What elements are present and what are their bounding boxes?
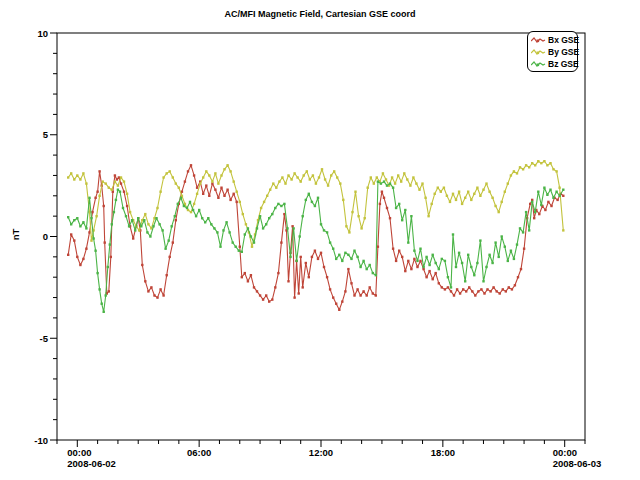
data-point-marker [421, 182, 423, 184]
data-point-marker [138, 229, 140, 231]
data-point-marker [300, 256, 302, 258]
data-point-marker [73, 178, 75, 180]
data-point-marker [422, 268, 424, 270]
data-point-marker [73, 219, 75, 221]
data-point-marker [441, 258, 443, 260]
data-point-marker [280, 205, 282, 207]
data-point-marker [110, 256, 112, 258]
data-point-marker [263, 201, 265, 203]
data-point-marker [291, 225, 293, 227]
data-point-marker [169, 256, 171, 258]
data-point-marker [105, 294, 107, 296]
data-point-marker [143, 219, 145, 221]
data-point-marker [306, 170, 308, 172]
data-point-marker [113, 211, 115, 213]
data-point-marker [397, 174, 399, 176]
data-point-marker [379, 203, 381, 205]
data-point-marker [501, 235, 503, 237]
data-point-marker [513, 258, 515, 260]
data-point-marker [202, 193, 204, 195]
data-point-marker [471, 290, 473, 292]
data-point-marker [534, 211, 536, 213]
data-point-marker [196, 187, 198, 189]
data-point-marker [96, 272, 98, 274]
data-point-marker [229, 199, 231, 201]
data-point-marker [513, 170, 515, 172]
data-point-marker [389, 182, 391, 184]
data-point-marker [292, 227, 294, 229]
data-point-marker [85, 227, 87, 229]
data-point-marker [356, 256, 358, 258]
data-point-marker [435, 272, 437, 274]
data-point-marker [67, 216, 69, 218]
data-point-marker [152, 225, 154, 227]
data-point-marker [204, 221, 206, 223]
data-point-marker [67, 254, 69, 256]
data-point-marker [383, 180, 385, 182]
data-point-marker [516, 243, 518, 245]
data-point-marker [253, 286, 255, 288]
data-point-marker [117, 184, 119, 186]
data-point-marker [147, 223, 149, 225]
data-point-marker [95, 215, 97, 217]
data-point-marker [359, 294, 361, 296]
data-point-marker [220, 174, 222, 176]
data-point-marker [345, 225, 347, 227]
data-point-marker [479, 195, 481, 197]
data-point-marker [522, 231, 524, 233]
data-point-marker [395, 260, 397, 262]
data-point-marker [447, 276, 449, 278]
data-point-marker [341, 260, 343, 262]
data-point-marker [73, 239, 75, 241]
data-point-marker [459, 292, 461, 294]
data-point-marker [318, 176, 320, 178]
data-point-marker [385, 178, 387, 180]
data-point-marker [241, 276, 243, 278]
data-point-marker [525, 211, 527, 213]
data-point-marker [404, 270, 406, 272]
data-point-marker [164, 248, 166, 250]
data-point-marker [205, 170, 207, 172]
data-point-marker [386, 207, 388, 209]
data-point-marker [335, 303, 337, 305]
data-point-marker [494, 205, 496, 207]
data-point-marker [555, 170, 557, 172]
data-point-marker [486, 288, 488, 290]
data-point-marker [271, 213, 273, 215]
data-point-marker [425, 276, 427, 278]
data-point-marker [400, 180, 402, 182]
data-point-marker [311, 201, 313, 203]
data-point-marker [329, 241, 331, 243]
data-point-marker [362, 260, 364, 262]
data-point-marker [120, 176, 122, 178]
data-point-marker [549, 162, 551, 164]
data-point-marker [269, 189, 271, 191]
data-point-marker [489, 290, 491, 292]
data-point-marker [317, 258, 319, 260]
data-point-marker [476, 262, 478, 264]
data-point-marker [482, 280, 484, 282]
data-point-marker [260, 207, 262, 209]
data-point-marker [140, 225, 142, 227]
data-point-marker [321, 168, 323, 170]
data-point-marker [70, 172, 72, 174]
x-date-label: 2008-06-02 [67, 458, 116, 469]
data-point-marker [250, 235, 252, 237]
data-point-marker [473, 274, 475, 276]
data-point-marker [488, 191, 490, 193]
data-point-marker [202, 176, 204, 178]
data-point-marker [94, 197, 96, 199]
data-point-marker [220, 187, 222, 189]
data-point-marker [238, 250, 240, 252]
data-point-marker [158, 223, 160, 225]
data-point-marker [392, 187, 394, 189]
data-point-marker [183, 205, 185, 207]
x-date-label: 2008-06-03 [553, 458, 602, 469]
data-point-marker [508, 286, 510, 288]
data-point-marker [162, 294, 164, 296]
data-point-marker [156, 296, 158, 298]
data-point-marker [177, 203, 179, 205]
data-point-marker [229, 170, 231, 172]
data-point-marker [217, 182, 219, 184]
data-point-marker [483, 292, 485, 294]
